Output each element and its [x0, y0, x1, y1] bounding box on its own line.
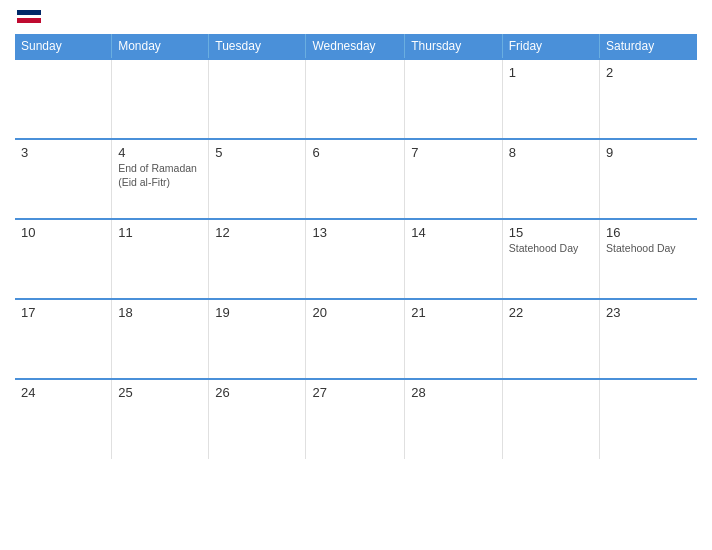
calendar-cell: 16Statehood Day: [600, 219, 697, 299]
event-label: Statehood Day: [509, 242, 593, 256]
calendar-cell: 22: [502, 299, 599, 379]
calendar-cell: 5: [209, 139, 306, 219]
day-number: 21: [411, 305, 496, 320]
calendar-cell: [15, 59, 112, 139]
day-number: 7: [411, 145, 496, 160]
calendar-cell: 14: [405, 219, 503, 299]
week-row-5: 2425262728: [15, 379, 697, 459]
calendar-cell: 23: [600, 299, 697, 379]
calendar-header: SundayMondayTuesdayWednesdayThursdayFrid…: [15, 34, 697, 59]
day-number: 9: [606, 145, 691, 160]
day-number: 19: [215, 305, 299, 320]
calendar-cell: 26: [209, 379, 306, 459]
logo: [15, 10, 41, 26]
calendar-cell: 2: [600, 59, 697, 139]
weekday-header-friday: Friday: [502, 34, 599, 59]
calendar-cell: 6: [306, 139, 405, 219]
day-number: 11: [118, 225, 202, 240]
event-label: End of Ramadan (Eid al-Fitr): [118, 162, 202, 189]
day-number: 28: [411, 385, 496, 400]
calendar-cell: 17: [15, 299, 112, 379]
day-number: 23: [606, 305, 691, 320]
logo-flag: [17, 10, 41, 26]
calendar-cell: [112, 59, 209, 139]
day-number: 1: [509, 65, 593, 80]
day-number: 8: [509, 145, 593, 160]
calendar-cell: 13: [306, 219, 405, 299]
day-number: 4: [118, 145, 202, 160]
event-label: Statehood Day: [606, 242, 691, 256]
calendar-cell: 9: [600, 139, 697, 219]
weekday-header-tuesday: Tuesday: [209, 34, 306, 59]
day-number: 14: [411, 225, 496, 240]
day-number: 22: [509, 305, 593, 320]
calendar-cell: 8: [502, 139, 599, 219]
weekday-header-wednesday: Wednesday: [306, 34, 405, 59]
calendar-cell: 28: [405, 379, 503, 459]
day-number: 5: [215, 145, 299, 160]
calendar-cell: 4End of Ramadan (Eid al-Fitr): [112, 139, 209, 219]
calendar-cell: 11: [112, 219, 209, 299]
calendar-cell: [502, 379, 599, 459]
calendar-cell: 25: [112, 379, 209, 459]
calendar-body: 1234End of Ramadan (Eid al-Fitr)56789101…: [15, 59, 697, 459]
day-number: 17: [21, 305, 105, 320]
header: [15, 10, 697, 26]
calendar-cell: [405, 59, 503, 139]
day-number: 12: [215, 225, 299, 240]
weekday-header-thursday: Thursday: [405, 34, 503, 59]
day-number: 24: [21, 385, 105, 400]
day-number: 20: [312, 305, 398, 320]
day-number: 18: [118, 305, 202, 320]
calendar-cell: [306, 59, 405, 139]
calendar-cell: 7: [405, 139, 503, 219]
weekday-row: SundayMondayTuesdayWednesdayThursdayFrid…: [15, 34, 697, 59]
calendar-cell: [600, 379, 697, 459]
weekday-header-sunday: Sunday: [15, 34, 112, 59]
day-number: 16: [606, 225, 691, 240]
calendar-cell: 19: [209, 299, 306, 379]
week-row-3: 101112131415Statehood Day16Statehood Day: [15, 219, 697, 299]
calendar-cell: [209, 59, 306, 139]
day-number: 26: [215, 385, 299, 400]
week-row-1: 12: [15, 59, 697, 139]
calendar-cell: 15Statehood Day: [502, 219, 599, 299]
calendar-page: SundayMondayTuesdayWednesdayThursdayFrid…: [0, 0, 712, 550]
calendar-cell: 12: [209, 219, 306, 299]
day-number: 3: [21, 145, 105, 160]
day-number: 2: [606, 65, 691, 80]
weekday-header-monday: Monday: [112, 34, 209, 59]
day-number: 10: [21, 225, 105, 240]
calendar-cell: 1: [502, 59, 599, 139]
weekday-header-saturday: Saturday: [600, 34, 697, 59]
day-number: 13: [312, 225, 398, 240]
calendar-cell: 20: [306, 299, 405, 379]
day-number: 6: [312, 145, 398, 160]
calendar-cell: 21: [405, 299, 503, 379]
day-number: 27: [312, 385, 398, 400]
day-number: 25: [118, 385, 202, 400]
calendar-cell: 27: [306, 379, 405, 459]
calendar-cell: 10: [15, 219, 112, 299]
calendar-cell: 24: [15, 379, 112, 459]
calendar-table: SundayMondayTuesdayWednesdayThursdayFrid…: [15, 34, 697, 459]
calendar-cell: 18: [112, 299, 209, 379]
calendar-cell: 3: [15, 139, 112, 219]
week-row-2: 34End of Ramadan (Eid al-Fitr)56789: [15, 139, 697, 219]
week-row-4: 17181920212223: [15, 299, 697, 379]
day-number: 15: [509, 225, 593, 240]
